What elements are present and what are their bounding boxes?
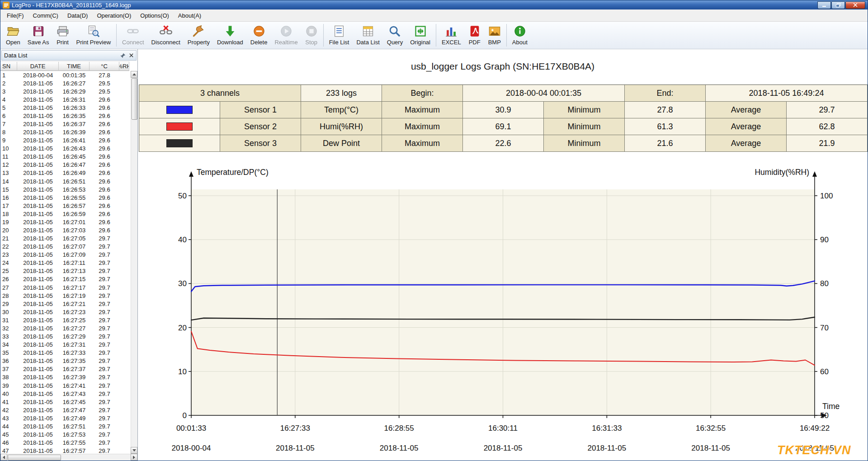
restore-icon	[836, 3, 841, 7]
menu-item-optionso[interactable]: Options(O)	[136, 9, 174, 21]
vertical-scrollbar[interactable]	[131, 71, 137, 454]
column-header-rh[interactable]: %RH	[119, 61, 129, 71]
table-row[interactable]: 452018-11-0516:27:5329.7	[0, 430, 131, 438]
maximize-button[interactable]	[831, 1, 845, 9]
table-row[interactable]: 322018-11-0516:27:2729.7	[0, 324, 131, 332]
table-row[interactable]: 262018-11-0516:27:1529.7	[0, 275, 131, 283]
cell-time: 16:27:25	[59, 317, 90, 324]
table-row[interactable]: 332018-11-0516:27:2929.7	[0, 333, 131, 341]
table-row[interactable]: 72018-11-0516:26:3729.6	[0, 120, 131, 128]
column-header-c[interactable]: °C	[90, 61, 119, 71]
table-row[interactable]: 312018-11-0516:27:2529.7	[0, 316, 131, 324]
table-row[interactable]: 432018-11-0516:27:4929.7	[0, 414, 131, 422]
table-row[interactable]: 112018-11-0516:26:4529.6	[0, 153, 131, 161]
table-row[interactable]: 182018-11-0516:26:5929.6	[0, 210, 131, 218]
scroll-right-button[interactable]	[131, 454, 137, 461]
table-row[interactable]: 372018-11-0516:27:3729.7	[0, 365, 131, 373]
table-row[interactable]: 302018-11-0516:27:2329.7	[0, 308, 131, 316]
table-row[interactable]: 392018-11-0516:27:4129.7	[0, 381, 131, 390]
menu-item-filef[interactable]: File(F)	[2, 9, 28, 21]
vertical-scroll-thumb[interactable]	[132, 78, 137, 120]
menu-item-abouta[interactable]: About(A)	[174, 9, 206, 21]
scroll-down-button[interactable]	[131, 447, 137, 454]
table-row[interactable]: 92018-11-0516:26:4129.6	[0, 136, 131, 145]
close-button[interactable]	[845, 1, 865, 9]
maximum-value: 30.9	[463, 102, 544, 118]
minimize-button[interactable]	[817, 1, 831, 9]
table-row[interactable]: 82018-11-0516:26:3929.6	[0, 128, 131, 136]
toolbar-about-button[interactable]: About	[509, 23, 531, 48]
table-row[interactable]: 222018-11-0516:27:0729.7	[0, 243, 131, 251]
table-row[interactable]: 352018-11-0516:27:3329.7	[0, 349, 131, 357]
column-header-date[interactable]: DATE	[17, 61, 59, 71]
toolbar-file-list-button[interactable]: File List	[326, 23, 353, 48]
cell-temp: 29.7	[90, 235, 119, 242]
toolbar-print-button[interactable]: Print	[53, 23, 73, 48]
toolbar-save-as-button[interactable]: Save As	[24, 23, 53, 48]
table-row[interactable]: 252018-11-0516:27:1329.7	[0, 267, 131, 275]
table-row[interactable]: 22018-11-0516:26:2729.5	[0, 79, 131, 87]
menu-item-commc[interactable]: Comm(C)	[28, 9, 63, 21]
toolbar-original-button[interactable]: Original	[406, 23, 434, 48]
table-row[interactable]: 342018-11-0516:27:3129.7	[0, 341, 131, 349]
column-header-time[interactable]: TIME	[59, 61, 90, 71]
table-row[interactable]: 282018-11-0516:27:1929.7	[0, 292, 131, 300]
table-row[interactable]: 422018-11-0516:27:4729.7	[0, 406, 131, 414]
toolbar-bmp-button[interactable]: BMP	[485, 23, 505, 48]
table-row[interactable]: 12018-00-0400:01:3527.8	[0, 71, 131, 79]
toolbar-print-preview-button[interactable]: Print Preview	[73, 23, 115, 48]
toolbar-open-button[interactable]: Open	[2, 23, 24, 48]
table-row[interactable]: 472018-11-0516:27:5729.7	[0, 447, 131, 454]
toolbar-property-button[interactable]: Property	[184, 23, 213, 48]
pin-panel-button[interactable]	[120, 53, 126, 58]
toolbar-disconnect-button[interactable]: Disconnect	[148, 23, 184, 48]
table-row[interactable]: 242018-11-0516:27:1129.7	[0, 259, 131, 267]
table-row[interactable]: 442018-11-0516:27:5129.7	[0, 422, 131, 430]
title-bar: LogPro - HE17XB0B4A_20181105_1649.logp	[0, 0, 868, 9]
table-row[interactable]: 132018-11-0516:26:4929.6	[0, 169, 131, 177]
table-row[interactable]: 102018-11-0516:26:4329.6	[0, 145, 131, 153]
table-row[interactable]: 142018-11-0516:26:5129.6	[0, 177, 131, 185]
table-row[interactable]: 32018-11-0516:26:2929.5	[0, 87, 131, 95]
horizontal-scroll-thumb[interactable]	[8, 455, 61, 461]
horizontal-scrollbar[interactable]	[0, 454, 137, 461]
logs-chart[interactable]: 01020304050506070809010000:01:332018-00-…	[138, 154, 868, 461]
x-tick-date-label: 2018-11-05	[276, 444, 315, 452]
toolbar-pdf-button[interactable]: PDF	[465, 23, 485, 48]
table-row[interactable]: 212018-11-0516:27:0529.7	[0, 235, 131, 243]
table-row[interactable]: 152018-11-0516:26:5329.6	[0, 185, 131, 193]
scroll-left-button[interactable]	[0, 454, 7, 461]
table-row[interactable]: 462018-11-0516:27:5529.7	[0, 439, 131, 447]
toolbar-data-list-button[interactable]: Data List	[353, 23, 383, 48]
table-row[interactable]: 292018-11-0516:27:2129.7	[0, 300, 131, 308]
table-row[interactable]: 52018-11-0516:26:3329.6	[0, 103, 131, 112]
table-row[interactable]: 62018-11-0516:26:3529.6	[0, 112, 131, 120]
menu-item-datad[interactable]: Data(D)	[63, 9, 93, 21]
pin-icon	[120, 53, 126, 58]
table-row[interactable]: 272018-11-0516:27:1729.7	[0, 283, 131, 292]
data-list-body[interactable]: 12018-00-0400:01:3527.822018-11-0516:26:…	[0, 71, 131, 454]
table-row[interactable]: 402018-11-0516:27:4329.7	[0, 390, 131, 398]
minimize-icon	[822, 3, 826, 7]
table-row[interactable]: 122018-11-0516:26:4729.6	[0, 161, 131, 169]
scroll-up-button[interactable]	[131, 71, 137, 78]
table-row[interactable]: 382018-11-0516:27:3929.7	[0, 373, 131, 381]
toolbar-download-button[interactable]: Download	[213, 23, 247, 48]
table-row[interactable]: 362018-11-0516:27:3529.7	[0, 357, 131, 365]
table-row[interactable]: 192018-11-0516:27:0129.6	[0, 218, 131, 226]
table-row[interactable]: 202018-11-0516:27:0329.6	[0, 226, 131, 234]
column-header-sn[interactable]: SN	[0, 61, 17, 71]
toolbar-delete-button[interactable]: Delete	[247, 23, 271, 48]
table-row[interactable]: 42018-11-0516:26:3129.6	[0, 95, 131, 103]
cell-temp: 29.7	[90, 407, 119, 414]
table-row[interactable]: 172018-11-0516:26:5729.6	[0, 202, 131, 210]
menu-item-operationo[interactable]: Operation(O)	[92, 9, 136, 21]
toolbar-excel-button[interactable]: EXCEL	[438, 23, 465, 48]
toolbar-query-button[interactable]: Query	[383, 23, 406, 48]
cell-sn: 20	[0, 227, 17, 234]
table-row[interactable]: 412018-11-0516:27:4529.7	[0, 398, 131, 406]
table-row[interactable]: 162018-11-0516:26:5529.6	[0, 193, 131, 202]
table-row[interactable]: 232018-11-0516:27:0929.7	[0, 251, 131, 259]
cell-temp: 29.6	[90, 194, 119, 201]
close-panel-button[interactable]	[129, 53, 134, 58]
